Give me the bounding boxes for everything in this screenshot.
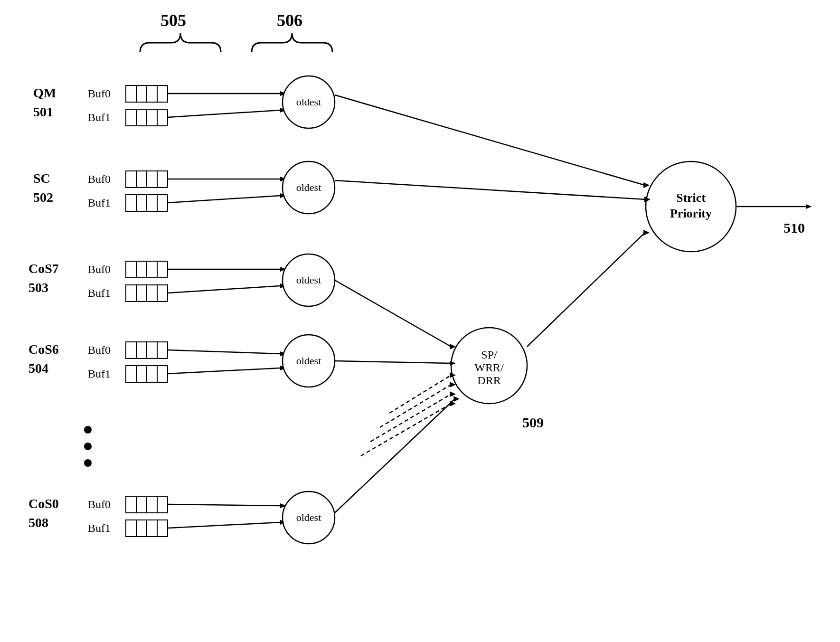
strict-priority-label-2: Priority (670, 207, 712, 220)
svg-rect-0 (126, 85, 136, 102)
sc-number: 502 (33, 190, 53, 205)
svg-rect-2 (147, 85, 157, 102)
cos6-number: 504 (28, 361, 48, 376)
dot-3 (84, 459, 92, 467)
svg-rect-57 (157, 520, 168, 537)
sc-buf1-label: Buf1 (88, 197, 111, 209)
oldest-label-3: oldest (296, 274, 321, 286)
svg-rect-21 (157, 195, 168, 211)
svg-marker-61 (643, 182, 650, 188)
cos7-label: CoS7 (28, 261, 59, 276)
svg-rect-20 (147, 195, 157, 211)
svg-rect-24 (126, 261, 136, 278)
diagram-svg: 505 506 QM 501 Buf0 Buf1 oldest SC 502 B… (0, 0, 840, 642)
svg-rect-32 (147, 285, 157, 302)
svg-rect-44 (147, 366, 157, 382)
cos7-number: 503 (28, 280, 48, 295)
oldest-label-1: oldest (296, 96, 321, 108)
svg-rect-19 (136, 195, 147, 211)
strict-priority-label-1: Strict (676, 191, 706, 205)
sc-buf0-label: Buf0 (88, 173, 111, 185)
svg-rect-56 (147, 520, 157, 537)
sp-label: SP/ (481, 349, 497, 361)
svg-line-74 (370, 394, 451, 442)
sp-509-label: 509 (522, 415, 544, 430)
svg-rect-8 (147, 109, 157, 126)
svg-line-72 (380, 385, 451, 427)
svg-rect-43 (136, 366, 147, 382)
dot-2 (84, 443, 92, 450)
svg-rect-55 (136, 520, 147, 537)
svg-rect-25 (136, 261, 147, 278)
svg-rect-7 (136, 109, 147, 126)
svg-rect-36 (126, 342, 136, 359)
dot-1 (84, 426, 92, 434)
drr-label: DRR (477, 374, 500, 387)
brace-label-506: 506 (277, 11, 302, 30)
qm-label: QM (33, 85, 56, 100)
svg-line-34 (168, 286, 280, 293)
cos0-buf1-label: Buf1 (88, 522, 111, 534)
svg-line-52 (168, 504, 280, 506)
svg-rect-30 (126, 285, 136, 302)
qm-buf1-label: Buf1 (88, 111, 111, 123)
svg-rect-51 (157, 496, 168, 513)
cos7-buf0-label: Buf0 (88, 263, 111, 275)
svg-line-40 (168, 350, 280, 354)
svg-rect-50 (147, 496, 157, 513)
svg-rect-33 (157, 285, 168, 302)
oldest-label-5: oldest (296, 511, 321, 523)
svg-rect-6 (126, 109, 136, 126)
svg-line-58 (168, 522, 280, 528)
svg-line-78 (527, 233, 645, 347)
svg-line-10 (168, 110, 280, 117)
svg-marker-75 (450, 391, 456, 397)
svg-rect-48 (126, 496, 136, 513)
svg-marker-79 (643, 230, 650, 236)
sc-label: SC (33, 171, 50, 186)
svg-rect-12 (126, 171, 136, 188)
svg-marker-81 (806, 204, 812, 209)
svg-line-22 (168, 196, 280, 203)
svg-line-68 (335, 399, 455, 513)
svg-line-70 (389, 375, 451, 413)
svg-rect-14 (147, 171, 157, 188)
svg-rect-45 (157, 366, 168, 382)
svg-rect-54 (126, 520, 136, 537)
qm-buf0-label: Buf0 (88, 87, 111, 100)
svg-line-66 (335, 361, 451, 363)
svg-rect-37 (136, 342, 147, 359)
svg-line-46 (168, 368, 280, 374)
cos6-buf1-label: Buf1 (88, 368, 111, 380)
brace-label-505: 505 (160, 11, 186, 30)
cos6-buf0-label: Buf0 (88, 344, 111, 356)
svg-rect-15 (157, 171, 168, 188)
output-510-label: 510 (783, 220, 805, 236)
cos0-label: CoS0 (28, 496, 59, 511)
svg-rect-39 (157, 342, 168, 359)
svg-rect-13 (136, 171, 147, 188)
svg-rect-31 (136, 285, 147, 302)
cos7-buf1-label: Buf1 (88, 287, 111, 299)
svg-rect-27 (157, 261, 168, 278)
oldest-label-4: oldest (296, 355, 321, 367)
svg-rect-49 (136, 496, 147, 513)
cos0-number: 508 (28, 515, 48, 530)
svg-line-64 (335, 280, 451, 347)
svg-rect-38 (147, 342, 157, 359)
svg-rect-26 (147, 261, 157, 278)
svg-line-60 (335, 95, 645, 185)
svg-line-62 (335, 180, 646, 199)
cos6-label: CoS6 (28, 342, 59, 357)
qm-number: 501 (33, 104, 53, 119)
svg-rect-1 (136, 85, 147, 102)
svg-marker-69 (453, 396, 460, 402)
oldest-label-2: oldest (296, 181, 321, 193)
wrr-label: WRR/ (474, 361, 504, 374)
svg-rect-18 (126, 195, 136, 211)
svg-rect-9 (157, 109, 168, 126)
svg-rect-3 (157, 85, 168, 102)
svg-rect-42 (126, 366, 136, 382)
cos0-buf0-label: Buf0 (88, 498, 111, 510)
svg-line-76 (361, 404, 451, 456)
